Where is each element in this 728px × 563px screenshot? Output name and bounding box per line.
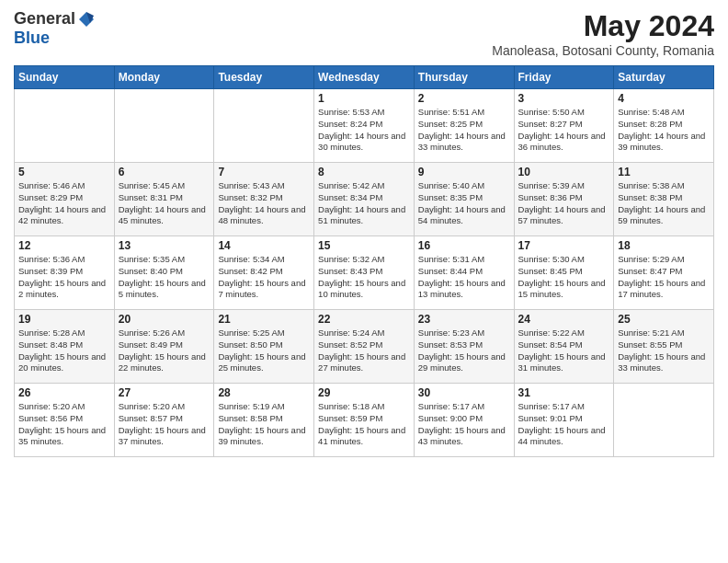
day-info: Sunrise: 5:36 AM Sunset: 8:39 PM Dayligh… xyxy=(18,254,110,301)
calendar-cell: 19Sunrise: 5:28 AM Sunset: 8:48 PM Dayli… xyxy=(15,310,115,384)
week-row-2: 5Sunrise: 5:46 AM Sunset: 8:29 PM Daylig… xyxy=(15,163,714,236)
day-info: Sunrise: 5:20 AM Sunset: 8:56 PM Dayligh… xyxy=(18,401,110,448)
calendar-cell: 16Sunrise: 5:31 AM Sunset: 8:44 PM Dayli… xyxy=(414,236,514,310)
day-info: Sunrise: 5:50 AM Sunset: 8:27 PM Dayligh… xyxy=(518,107,610,154)
day-number: 21 xyxy=(218,313,310,326)
day-number: 17 xyxy=(518,239,610,252)
day-info: Sunrise: 5:48 AM Sunset: 8:28 PM Dayligh… xyxy=(618,107,710,154)
calendar-cell: 30Sunrise: 5:17 AM Sunset: 9:00 PM Dayli… xyxy=(414,384,514,457)
title-block: May 2024 Manoleasa, Botosani County, Rom… xyxy=(492,9,714,58)
month-title: May 2024 xyxy=(492,9,714,43)
calendar-cell: 2Sunrise: 5:51 AM Sunset: 8:25 PM Daylig… xyxy=(414,89,514,163)
day-info: Sunrise: 5:18 AM Sunset: 8:59 PM Dayligh… xyxy=(318,401,410,448)
calendar-cell: 4Sunrise: 5:48 AM Sunset: 8:28 PM Daylig… xyxy=(614,89,714,163)
header-row: Sunday Monday Tuesday Wednesday Thursday… xyxy=(15,66,714,89)
logo-icon xyxy=(77,10,96,29)
day-number: 15 xyxy=(318,239,410,252)
day-info: Sunrise: 5:26 AM Sunset: 8:49 PM Dayligh… xyxy=(119,327,210,374)
calendar-cell: 5Sunrise: 5:46 AM Sunset: 8:29 PM Daylig… xyxy=(15,163,115,236)
day-number: 3 xyxy=(518,92,610,105)
day-info: Sunrise: 5:30 AM Sunset: 8:45 PM Dayligh… xyxy=(518,254,610,301)
col-friday: Friday xyxy=(514,66,614,89)
day-info: Sunrise: 5:25 AM Sunset: 8:50 PM Dayligh… xyxy=(218,327,310,374)
week-row-1: 1Sunrise: 5:53 AM Sunset: 8:24 PM Daylig… xyxy=(15,89,714,163)
day-info: Sunrise: 5:42 AM Sunset: 8:34 PM Dayligh… xyxy=(318,180,410,227)
logo-general-text: General xyxy=(14,9,75,29)
logo: General Blue xyxy=(14,9,96,48)
day-info: Sunrise: 5:43 AM Sunset: 8:32 PM Dayligh… xyxy=(218,180,310,227)
calendar-cell: 25Sunrise: 5:21 AM Sunset: 8:55 PM Dayli… xyxy=(614,310,714,384)
calendar-cell: 18Sunrise: 5:29 AM Sunset: 8:47 PM Dayli… xyxy=(614,236,714,310)
calendar-cell: 27Sunrise: 5:20 AM Sunset: 8:57 PM Dayli… xyxy=(114,384,214,457)
calendar-cell: 3Sunrise: 5:50 AM Sunset: 8:27 PM Daylig… xyxy=(514,89,614,163)
day-number: 13 xyxy=(119,239,210,252)
calendar-cell: 29Sunrise: 5:18 AM Sunset: 8:59 PM Dayli… xyxy=(314,384,415,457)
day-number: 4 xyxy=(618,92,710,105)
week-row-4: 19Sunrise: 5:28 AM Sunset: 8:48 PM Dayli… xyxy=(15,310,714,384)
day-number: 11 xyxy=(618,166,710,178)
day-info: Sunrise: 5:19 AM Sunset: 8:58 PM Dayligh… xyxy=(218,401,310,448)
calendar-cell: 24Sunrise: 5:22 AM Sunset: 8:54 PM Dayli… xyxy=(514,310,614,384)
day-number: 28 xyxy=(218,386,310,399)
col-tuesday: Tuesday xyxy=(214,66,314,89)
calendar-cell: 14Sunrise: 5:34 AM Sunset: 8:42 PM Dayli… xyxy=(214,236,314,310)
day-info: Sunrise: 5:17 AM Sunset: 9:01 PM Dayligh… xyxy=(518,401,610,448)
calendar-cell: 10Sunrise: 5:39 AM Sunset: 8:36 PM Dayli… xyxy=(514,163,614,236)
calendar-cell: 17Sunrise: 5:30 AM Sunset: 8:45 PM Dayli… xyxy=(514,236,614,310)
day-info: Sunrise: 5:23 AM Sunset: 8:53 PM Dayligh… xyxy=(418,327,510,374)
calendar-cell xyxy=(114,89,214,163)
calendar-cell: 28Sunrise: 5:19 AM Sunset: 8:58 PM Dayli… xyxy=(214,384,314,457)
calendar-cell: 15Sunrise: 5:32 AM Sunset: 8:43 PM Dayli… xyxy=(314,236,415,310)
calendar-cell: 9Sunrise: 5:40 AM Sunset: 8:35 PM Daylig… xyxy=(414,163,514,236)
day-number: 19 xyxy=(18,313,110,326)
day-number: 26 xyxy=(18,386,110,399)
calendar-cell: 20Sunrise: 5:26 AM Sunset: 8:49 PM Dayli… xyxy=(114,310,214,384)
day-info: Sunrise: 5:45 AM Sunset: 8:31 PM Dayligh… xyxy=(119,180,210,227)
col-wednesday: Wednesday xyxy=(314,66,415,89)
col-saturday: Saturday xyxy=(614,66,714,89)
col-sunday: Sunday xyxy=(15,66,115,89)
day-number: 30 xyxy=(418,386,510,399)
day-number: 18 xyxy=(618,239,710,252)
day-number: 25 xyxy=(618,313,710,326)
day-info: Sunrise: 5:53 AM Sunset: 8:24 PM Dayligh… xyxy=(318,107,410,154)
day-number: 27 xyxy=(119,386,210,399)
day-number: 8 xyxy=(318,166,410,178)
calendar-cell: 13Sunrise: 5:35 AM Sunset: 8:40 PM Dayli… xyxy=(114,236,214,310)
day-info: Sunrise: 5:17 AM Sunset: 9:00 PM Dayligh… xyxy=(418,401,510,448)
day-info: Sunrise: 5:51 AM Sunset: 8:25 PM Dayligh… xyxy=(418,107,510,154)
day-info: Sunrise: 5:24 AM Sunset: 8:52 PM Dayligh… xyxy=(318,327,410,374)
week-row-3: 12Sunrise: 5:36 AM Sunset: 8:39 PM Dayli… xyxy=(15,236,714,310)
day-info: Sunrise: 5:35 AM Sunset: 8:40 PM Dayligh… xyxy=(119,254,210,301)
calendar-cell: 12Sunrise: 5:36 AM Sunset: 8:39 PM Dayli… xyxy=(15,236,115,310)
day-info: Sunrise: 5:32 AM Sunset: 8:43 PM Dayligh… xyxy=(318,254,410,301)
calendar-cell: 22Sunrise: 5:24 AM Sunset: 8:52 PM Dayli… xyxy=(314,310,415,384)
day-number: 2 xyxy=(418,92,510,105)
col-monday: Monday xyxy=(114,66,214,89)
day-number: 6 xyxy=(119,166,210,178)
calendar-cell: 7Sunrise: 5:43 AM Sunset: 8:32 PM Daylig… xyxy=(214,163,314,236)
day-number: 20 xyxy=(119,313,210,326)
day-number: 9 xyxy=(418,166,510,178)
day-number: 5 xyxy=(18,166,110,178)
location: Manoleasa, Botosani County, Romania xyxy=(492,43,714,58)
day-info: Sunrise: 5:40 AM Sunset: 8:35 PM Dayligh… xyxy=(418,180,510,227)
calendar-cell: 21Sunrise: 5:25 AM Sunset: 8:50 PM Dayli… xyxy=(214,310,314,384)
day-number: 16 xyxy=(418,239,510,252)
calendar-cell: 31Sunrise: 5:17 AM Sunset: 9:01 PM Dayli… xyxy=(514,384,614,457)
calendar-table: Sunday Monday Tuesday Wednesday Thursday… xyxy=(14,65,714,457)
calendar-cell: 26Sunrise: 5:20 AM Sunset: 8:56 PM Dayli… xyxy=(15,384,115,457)
day-info: Sunrise: 5:31 AM Sunset: 8:44 PM Dayligh… xyxy=(418,254,510,301)
header: General Blue May 2024 Manoleasa, Botosan… xyxy=(14,9,714,58)
day-info: Sunrise: 5:22 AM Sunset: 8:54 PM Dayligh… xyxy=(518,327,610,374)
day-info: Sunrise: 5:39 AM Sunset: 8:36 PM Dayligh… xyxy=(518,180,610,227)
col-thursday: Thursday xyxy=(414,66,514,89)
calendar-cell xyxy=(214,89,314,163)
day-number: 29 xyxy=(318,386,410,399)
day-info: Sunrise: 5:38 AM Sunset: 8:38 PM Dayligh… xyxy=(618,180,710,227)
calendar-cell: 23Sunrise: 5:23 AM Sunset: 8:53 PM Dayli… xyxy=(414,310,514,384)
day-info: Sunrise: 5:28 AM Sunset: 8:48 PM Dayligh… xyxy=(18,327,110,374)
calendar-cell: 8Sunrise: 5:42 AM Sunset: 8:34 PM Daylig… xyxy=(314,163,415,236)
day-info: Sunrise: 5:20 AM Sunset: 8:57 PM Dayligh… xyxy=(119,401,210,448)
calendar-cell: 1Sunrise: 5:53 AM Sunset: 8:24 PM Daylig… xyxy=(314,89,415,163)
